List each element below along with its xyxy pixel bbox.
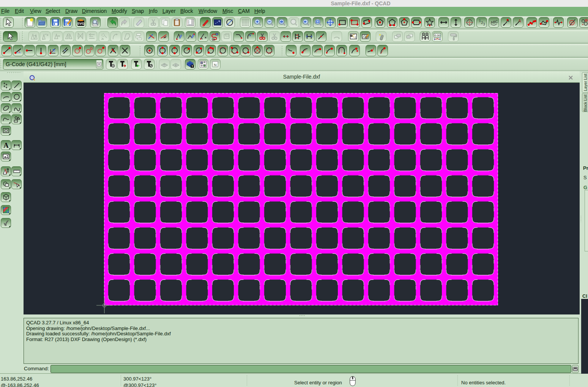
svg-text:A: A	[3, 141, 9, 149]
svg-text:1: 1	[479, 19, 481, 23]
svg-text:A: A	[519, 19, 522, 23]
svg-text:.1: .1	[354, 36, 356, 39]
svg-text:0.00: 0.00	[434, 34, 440, 37]
svg-text:mm: mm	[188, 24, 191, 26]
svg-text:N: N	[214, 62, 217, 66]
svg-text:3: 3	[483, 22, 485, 26]
svg-text:ABC: ABC	[490, 19, 498, 25]
svg-text:2: 2	[481, 21, 483, 25]
svg-text:T: T	[191, 65, 193, 68]
svg-text:SVG: SVG	[77, 22, 84, 25]
